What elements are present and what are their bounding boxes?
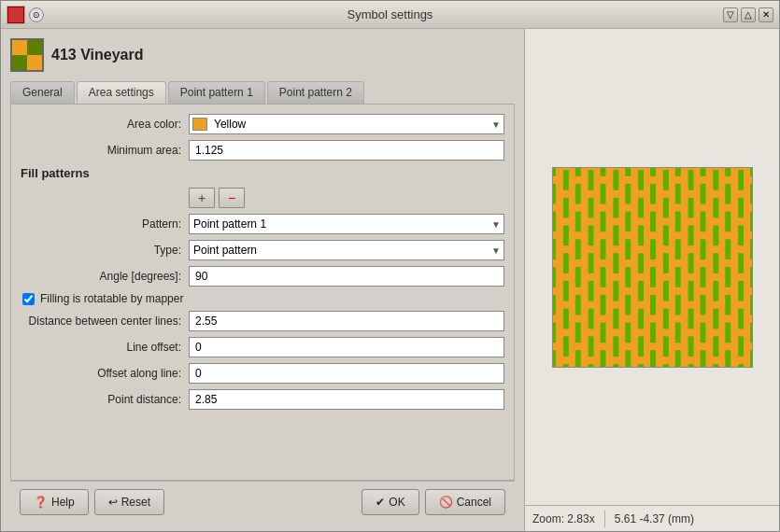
content-area: 413 Vineyard General Area settings Point… bbox=[1, 29, 779, 531]
distance-input[interactable] bbox=[189, 311, 504, 331]
close-btn[interactable]: ✕ bbox=[759, 7, 773, 22]
angle-input[interactable] bbox=[189, 266, 504, 287]
tabs: General Area settings Point pattern 1 Po… bbox=[10, 81, 515, 104]
type-label: Type: bbox=[21, 244, 189, 257]
icon-q1 bbox=[12, 40, 27, 55]
collapse-icon[interactable]: ⊙ bbox=[29, 7, 44, 22]
line-offset-label: Line offset: bbox=[21, 341, 189, 354]
min-area-row: Minimum area: bbox=[21, 140, 504, 161]
help-button[interactable]: ❓ Help bbox=[20, 489, 89, 515]
offset-along-input[interactable] bbox=[189, 363, 504, 384]
area-color-label: Area color: bbox=[21, 118, 189, 131]
form-panel: Area color: Yellow ▼ Minimum area: Fi bbox=[10, 104, 515, 481]
help-icon: ❓ bbox=[34, 496, 48, 509]
reset-icon: ↩ bbox=[108, 496, 118, 509]
status-divider bbox=[604, 511, 605, 527]
remove-pattern-button[interactable]: − bbox=[219, 188, 245, 208]
preview-area bbox=[525, 29, 779, 505]
type-select[interactable]: Point pattern bbox=[189, 240, 504, 260]
rotation-label: Filling is rotatable by mapper bbox=[40, 292, 183, 305]
main-window: ⊙ Symbol settings ▽ △ ✕ 413 Vineyard bbox=[0, 0, 780, 532]
point-distance-label: Point distance: bbox=[21, 393, 189, 406]
min-area-input[interactable] bbox=[189, 140, 504, 161]
window-icon bbox=[7, 6, 25, 24]
app-icon bbox=[10, 38, 44, 72]
title-bar: ⊙ Symbol settings ▽ △ ✕ bbox=[1, 1, 779, 29]
cancel-button[interactable]: 🚫 Cancel bbox=[425, 489, 505, 515]
ok-icon: ✔ bbox=[376, 496, 385, 509]
distance-label: Distance between center lines: bbox=[21, 315, 189, 328]
right-panel: Zoom: 2.83x 5.61 -4.37 (mm) bbox=[524, 29, 779, 531]
type-row: Type: Point pattern ▼ bbox=[21, 240, 504, 260]
angle-label: Angle [degrees]: bbox=[21, 270, 189, 283]
title-bar-controls: ▽ △ ✕ bbox=[723, 7, 773, 22]
area-color-select-wrapper: Yellow ▼ bbox=[189, 114, 504, 134]
line-offset-row: Line offset: bbox=[21, 337, 504, 357]
left-panel: 413 Vineyard General Area settings Point… bbox=[1, 29, 524, 531]
app-header: 413 Vineyard bbox=[10, 38, 515, 72]
preview-svg bbox=[553, 168, 752, 367]
fill-pattern-buttons: + − bbox=[189, 188, 504, 208]
coords-label: 5.61 -4.37 (mm) bbox=[615, 512, 694, 525]
offset-along-label: Offset along line: bbox=[21, 367, 189, 380]
tab-general[interactable]: General bbox=[10, 81, 75, 104]
angle-row: Angle [degrees]: bbox=[21, 266, 504, 287]
zoom-label: Zoom: 2.83x bbox=[532, 512, 595, 525]
offset-along-row: Offset along line: bbox=[21, 363, 504, 384]
pattern-row: Pattern: Point pattern 1 ▼ bbox=[21, 214, 504, 234]
rotation-checkbox[interactable] bbox=[22, 293, 35, 305]
svg-rect-4 bbox=[553, 168, 752, 367]
pattern-select-wrapper: Point pattern 1 ▼ bbox=[189, 214, 504, 234]
area-color-row: Area color: Yellow ▼ bbox=[21, 114, 504, 134]
tab-point-pattern-2[interactable]: Point pattern 2 bbox=[267, 81, 364, 104]
maximize-btn[interactable]: △ bbox=[741, 7, 756, 22]
app-title: 413 Vineyard bbox=[51, 47, 143, 63]
title-bar-left: ⊙ bbox=[7, 6, 44, 24]
minimize-btn[interactable]: ▽ bbox=[723, 7, 738, 22]
icon-q2 bbox=[27, 40, 42, 55]
type-select-wrapper: Point pattern ▼ bbox=[189, 240, 504, 260]
tab-point-pattern-1[interactable]: Point pattern 1 bbox=[168, 81, 265, 104]
reset-button[interactable]: ↩ Reset bbox=[94, 489, 164, 515]
icon-q4 bbox=[27, 55, 42, 70]
status-bar: Zoom: 2.83x 5.61 -4.37 (mm) bbox=[525, 505, 779, 531]
min-area-label: Minimum area: bbox=[21, 144, 189, 157]
preview-canvas bbox=[552, 167, 753, 368]
distance-row: Distance between center lines: bbox=[21, 311, 504, 331]
tab-area-settings[interactable]: Area settings bbox=[77, 81, 166, 104]
pattern-label: Pattern: bbox=[21, 217, 189, 231]
point-distance-row: Point distance: bbox=[21, 389, 504, 410]
window-title: Symbol settings bbox=[347, 7, 433, 21]
cancel-icon: 🚫 bbox=[439, 496, 453, 509]
fill-patterns-title: Fill patterns bbox=[21, 166, 504, 180]
add-pattern-button[interactable]: + bbox=[189, 188, 215, 208]
footer: ❓ Help ↩ Reset ✔ OK 🚫 Cancel bbox=[10, 481, 515, 522]
ok-button[interactable]: ✔ OK bbox=[362, 489, 418, 515]
pattern-select[interactable]: Point pattern 1 bbox=[189, 214, 504, 234]
rotation-row: Filling is rotatable by mapper bbox=[21, 292, 504, 305]
area-color-select[interactable]: Yellow bbox=[189, 114, 504, 134]
color-swatch bbox=[192, 118, 207, 131]
line-offset-input[interactable] bbox=[189, 337, 504, 357]
point-distance-input[interactable] bbox=[189, 389, 504, 410]
icon-q3 bbox=[12, 55, 27, 70]
